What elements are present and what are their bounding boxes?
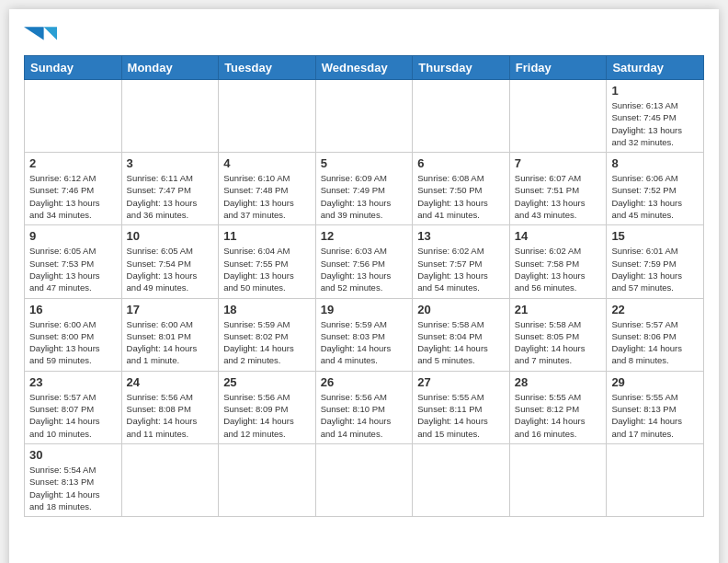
day-info: Sunrise: 6:02 AM Sunset: 7:57 PM Dayligh… bbox=[417, 245, 505, 293]
weekday-header-saturday: Saturday bbox=[607, 56, 704, 80]
day-info: Sunrise: 6:02 AM Sunset: 7:58 PM Dayligh… bbox=[515, 245, 602, 293]
logo bbox=[24, 24, 57, 48]
day-info: Sunrise: 5:59 AM Sunset: 8:02 PM Dayligh… bbox=[223, 318, 311, 367]
svg-marker-0 bbox=[24, 27, 44, 40]
day-cell: 9Sunrise: 6:05 AM Sunset: 7:53 PM Daylig… bbox=[25, 225, 122, 298]
day-info: Sunrise: 6:03 AM Sunset: 7:56 PM Dayligh… bbox=[321, 245, 408, 293]
day-info: Sunrise: 6:12 AM Sunset: 7:46 PM Dayligh… bbox=[29, 172, 117, 221]
day-cell bbox=[219, 443, 316, 516]
day-info: Sunrise: 6:07 AM Sunset: 7:51 PM Dayligh… bbox=[515, 172, 602, 221]
day-number: 14 bbox=[515, 229, 602, 243]
day-number: 10 bbox=[127, 229, 214, 243]
day-number: 3 bbox=[127, 156, 214, 170]
weekday-header-wednesday: Wednesday bbox=[315, 56, 413, 80]
logo-icon bbox=[24, 26, 57, 48]
day-number: 24 bbox=[127, 375, 214, 389]
svg-marker-1 bbox=[44, 27, 57, 40]
day-cell bbox=[219, 80, 316, 153]
week-row-1: 2Sunrise: 6:12 AM Sunset: 7:46 PM Daylig… bbox=[25, 153, 704, 225]
week-row-4: 23Sunrise: 5:57 AM Sunset: 8:07 PM Dayli… bbox=[25, 371, 704, 443]
day-info: Sunrise: 5:55 AM Sunset: 8:11 PM Dayligh… bbox=[417, 391, 505, 440]
day-cell bbox=[413, 443, 510, 516]
day-number: 5 bbox=[321, 156, 408, 170]
day-info: Sunrise: 6:05 AM Sunset: 7:53 PM Dayligh… bbox=[29, 245, 117, 293]
day-info: Sunrise: 5:57 AM Sunset: 8:06 PM Dayligh… bbox=[611, 318, 699, 367]
day-cell: 18Sunrise: 5:59 AM Sunset: 8:02 PM Dayli… bbox=[219, 298, 316, 371]
day-number: 9 bbox=[29, 229, 117, 243]
day-number: 29 bbox=[611, 375, 699, 389]
calendar-container: SundayMondayTuesdayWednesdayThursdayFrid… bbox=[9, 9, 719, 563]
week-row-5: 30Sunrise: 5:54 AM Sunset: 8:13 PM Dayli… bbox=[25, 443, 704, 516]
day-number: 13 bbox=[417, 229, 505, 243]
day-info: Sunrise: 6:04 AM Sunset: 7:55 PM Dayligh… bbox=[223, 245, 311, 293]
day-info: Sunrise: 5:56 AM Sunset: 8:08 PM Dayligh… bbox=[127, 391, 214, 440]
day-number: 28 bbox=[515, 375, 602, 389]
day-cell: 13Sunrise: 6:02 AM Sunset: 7:57 PM Dayli… bbox=[413, 225, 510, 298]
day-number: 30 bbox=[29, 448, 117, 462]
day-info: Sunrise: 6:00 AM Sunset: 8:01 PM Dayligh… bbox=[127, 318, 214, 367]
day-cell: 14Sunrise: 6:02 AM Sunset: 7:58 PM Dayli… bbox=[509, 225, 607, 298]
day-cell: 29Sunrise: 5:55 AM Sunset: 8:13 PM Dayli… bbox=[607, 371, 704, 443]
day-cell: 15Sunrise: 6:01 AM Sunset: 7:59 PM Dayli… bbox=[607, 225, 704, 298]
day-cell: 4Sunrise: 6:10 AM Sunset: 7:48 PM Daylig… bbox=[219, 153, 316, 225]
day-number: 7 bbox=[515, 156, 602, 170]
day-info: Sunrise: 6:09 AM Sunset: 7:49 PM Dayligh… bbox=[321, 172, 408, 221]
day-cell: 16Sunrise: 6:00 AM Sunset: 8:00 PM Dayli… bbox=[25, 298, 122, 371]
day-cell bbox=[509, 443, 607, 516]
day-info: Sunrise: 5:58 AM Sunset: 8:04 PM Dayligh… bbox=[417, 318, 505, 367]
day-cell: 24Sunrise: 5:56 AM Sunset: 8:08 PM Dayli… bbox=[121, 371, 219, 443]
day-cell: 28Sunrise: 5:55 AM Sunset: 8:12 PM Dayli… bbox=[509, 371, 607, 443]
week-row-0: 1Sunrise: 6:13 AM Sunset: 7:45 PM Daylig… bbox=[25, 80, 704, 153]
weekday-header-friday: Friday bbox=[509, 56, 607, 80]
day-cell: 2Sunrise: 6:12 AM Sunset: 7:46 PM Daylig… bbox=[25, 153, 122, 225]
day-cell: 3Sunrise: 6:11 AM Sunset: 7:47 PM Daylig… bbox=[121, 153, 219, 225]
day-number: 15 bbox=[611, 229, 699, 243]
day-number: 26 bbox=[321, 375, 408, 389]
day-info: Sunrise: 6:11 AM Sunset: 7:47 PM Dayligh… bbox=[127, 172, 214, 221]
day-number: 21 bbox=[515, 303, 602, 316]
day-cell: 22Sunrise: 5:57 AM Sunset: 8:06 PM Dayli… bbox=[607, 298, 704, 371]
day-info: Sunrise: 5:55 AM Sunset: 8:12 PM Dayligh… bbox=[515, 391, 602, 440]
day-cell: 12Sunrise: 6:03 AM Sunset: 7:56 PM Dayli… bbox=[315, 225, 413, 298]
day-cell: 21Sunrise: 5:58 AM Sunset: 8:05 PM Dayli… bbox=[509, 298, 607, 371]
day-info: Sunrise: 6:08 AM Sunset: 7:50 PM Dayligh… bbox=[417, 172, 505, 221]
day-cell bbox=[121, 443, 219, 516]
day-cell bbox=[315, 80, 413, 153]
day-number: 12 bbox=[321, 229, 408, 243]
day-number: 18 bbox=[223, 303, 311, 316]
day-cell: 17Sunrise: 6:00 AM Sunset: 8:01 PM Dayli… bbox=[121, 298, 219, 371]
weekday-header-sunday: Sunday bbox=[25, 56, 122, 80]
week-row-3: 16Sunrise: 6:00 AM Sunset: 8:00 PM Dayli… bbox=[25, 298, 704, 371]
weekday-header-tuesday: Tuesday bbox=[219, 56, 316, 80]
day-info: Sunrise: 5:56 AM Sunset: 8:09 PM Dayligh… bbox=[223, 391, 311, 440]
day-cell: 26Sunrise: 5:56 AM Sunset: 8:10 PM Dayli… bbox=[315, 371, 413, 443]
header bbox=[24, 24, 704, 48]
day-info: Sunrise: 5:58 AM Sunset: 8:05 PM Dayligh… bbox=[515, 318, 602, 367]
day-number: 20 bbox=[417, 303, 505, 316]
day-cell: 7Sunrise: 6:07 AM Sunset: 7:51 PM Daylig… bbox=[509, 153, 607, 225]
day-cell: 10Sunrise: 6:05 AM Sunset: 7:54 PM Dayli… bbox=[121, 225, 219, 298]
day-info: Sunrise: 5:55 AM Sunset: 8:13 PM Dayligh… bbox=[611, 391, 699, 440]
day-cell: 19Sunrise: 5:59 AM Sunset: 8:03 PM Dayli… bbox=[315, 298, 413, 371]
day-info: Sunrise: 5:56 AM Sunset: 8:10 PM Dayligh… bbox=[321, 391, 408, 440]
calendar-table: SundayMondayTuesdayWednesdayThursdayFrid… bbox=[24, 55, 704, 517]
day-info: Sunrise: 6:06 AM Sunset: 7:52 PM Dayligh… bbox=[611, 172, 699, 221]
day-number: 27 bbox=[417, 375, 505, 389]
day-number: 8 bbox=[611, 156, 699, 170]
day-number: 23 bbox=[29, 375, 117, 389]
day-info: Sunrise: 6:01 AM Sunset: 7:59 PM Dayligh… bbox=[611, 245, 699, 293]
day-info: Sunrise: 6:05 AM Sunset: 7:54 PM Dayligh… bbox=[127, 245, 214, 293]
day-number: 19 bbox=[321, 303, 408, 316]
day-info: Sunrise: 5:59 AM Sunset: 8:03 PM Dayligh… bbox=[321, 318, 408, 367]
day-cell bbox=[413, 80, 510, 153]
day-number: 16 bbox=[29, 303, 117, 316]
day-cell: 11Sunrise: 6:04 AM Sunset: 7:55 PM Dayli… bbox=[219, 225, 316, 298]
day-number: 6 bbox=[417, 156, 505, 170]
day-cell: 25Sunrise: 5:56 AM Sunset: 8:09 PM Dayli… bbox=[219, 371, 316, 443]
day-number: 22 bbox=[611, 303, 699, 316]
day-number: 4 bbox=[223, 156, 311, 170]
day-cell: 1Sunrise: 6:13 AM Sunset: 7:45 PM Daylig… bbox=[607, 80, 704, 153]
day-cell bbox=[315, 443, 413, 516]
day-cell: 6Sunrise: 6:08 AM Sunset: 7:50 PM Daylig… bbox=[413, 153, 510, 225]
day-info: Sunrise: 5:57 AM Sunset: 8:07 PM Dayligh… bbox=[29, 391, 117, 440]
